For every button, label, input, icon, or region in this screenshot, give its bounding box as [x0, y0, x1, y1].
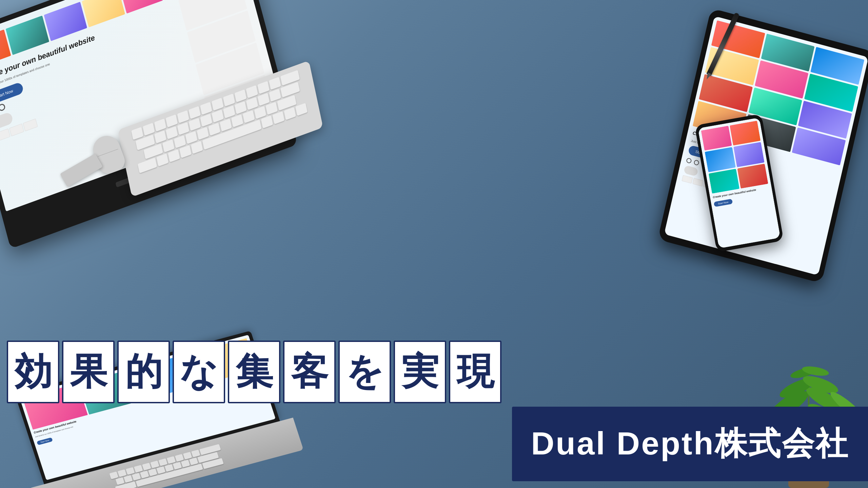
kb-key: [131, 127, 143, 140]
kb-key: [200, 102, 212, 115]
laptop-key: [140, 470, 149, 478]
kb-key: [257, 81, 270, 94]
kb-key: [220, 119, 232, 132]
phone-gallery-4: [733, 142, 764, 167]
gear-icon-2: [0, 103, 6, 111]
kb-key: [246, 85, 258, 98]
kb-key: [257, 93, 270, 106]
gear-icon-tablet-1: [686, 157, 692, 164]
kb-key: [269, 77, 281, 90]
kb-key: [243, 110, 255, 123]
laptop-key: [183, 452, 192, 460]
phone-gallery-6: [737, 164, 768, 189]
laptop-key: [115, 477, 124, 485]
phone-cta-button[interactable]: Start Now: [714, 199, 733, 207]
laptop-key: [175, 454, 184, 462]
laptop-key: [191, 449, 200, 457]
laptop-key: [132, 473, 141, 481]
mockup-t-2: [692, 178, 704, 186]
kb-key: [212, 109, 224, 123]
laptop-key: [134, 465, 143, 473]
char-5: 客: [291, 347, 328, 397]
kb-key: [234, 89, 246, 103]
phone-gallery-2: [730, 121, 761, 146]
kb-key: [179, 145, 191, 158]
kb-key: [189, 106, 201, 119]
company-name: Dual Depth株式会社: [531, 422, 849, 466]
laptop-key: [181, 460, 190, 467]
kb-key: [223, 105, 235, 119]
phone-gallery-3: [705, 147, 736, 172]
kb-key: [154, 119, 166, 132]
kb-key: [269, 89, 281, 102]
char-2: 的: [125, 347, 162, 397]
char-6: を: [346, 347, 384, 397]
char-7: 実: [401, 347, 439, 397]
char-box-0: 効: [7, 341, 59, 403]
kb-key: [165, 115, 178, 128]
mockup-item-1: [0, 128, 11, 141]
char-box-6: を: [338, 341, 391, 403]
laptop-key: [164, 464, 174, 472]
kb-key: [284, 107, 296, 120]
kb-key: [156, 154, 169, 167]
laptop-cta-button[interactable]: Start Now: [37, 437, 53, 445]
company-banner: Dual Depth株式会社: [512, 407, 868, 481]
kb-key: [261, 116, 273, 129]
laptop-key: [117, 469, 126, 477]
kb-key: [254, 106, 266, 119]
kb-key: [272, 111, 284, 124]
char-box-7: 実: [394, 341, 446, 403]
kb-key: [223, 94, 235, 107]
headline-characters: 効 果 的 な 集 客 を 実 現: [7, 341, 501, 403]
laptop-key: [142, 463, 151, 470]
kb-key: [154, 130, 166, 144]
laptop-key: [124, 475, 133, 483]
kb-key: [231, 114, 243, 127]
kb-key: [177, 110, 189, 123]
kb-key: [189, 118, 201, 131]
char-box-4: 集: [228, 341, 280, 403]
laptop-key: [150, 461, 159, 468]
char-box-8: 現: [449, 341, 501, 403]
char-4: 集: [236, 347, 273, 397]
kb-key: [168, 149, 180, 163]
char-1: 果: [70, 347, 107, 397]
kb-key: [211, 98, 223, 111]
kb-key: [200, 114, 212, 127]
kb-key: [174, 135, 186, 148]
mockup-t-1: [682, 175, 693, 183]
char-0: 効: [15, 347, 52, 397]
kb-key: [185, 131, 197, 144]
laptop-key: [125, 467, 135, 475]
phone-gallery-1: [701, 126, 732, 151]
char-3: な: [180, 347, 218, 397]
kb-key: [142, 123, 155, 136]
phone-gallery-5: [709, 169, 739, 194]
char-box-3: な: [173, 341, 225, 403]
kb-key: [162, 139, 175, 152]
headline-section: 効 果 的 な 集 客 を 実 現: [0, 341, 868, 403]
gear-icon-tablet-2: [693, 159, 699, 166]
phone-gallery: [701, 121, 768, 194]
laptop-key: [166, 456, 176, 464]
kb-key: [197, 127, 209, 140]
char-box-1: 果: [62, 341, 115, 403]
char-box-5: 客: [283, 341, 336, 403]
char-8: 現: [457, 347, 494, 397]
laptop-key: [156, 466, 165, 474]
laptop-key: [173, 462, 182, 469]
cloud-icon-tablet: [684, 165, 698, 177]
mockup-item-2: [9, 123, 24, 136]
laptop-key: [158, 458, 167, 466]
kb-key: [177, 122, 190, 135]
kb-key: [166, 126, 178, 139]
kb-key: [265, 102, 278, 115]
kb-key: [191, 141, 203, 154]
laptop-key: [109, 471, 118, 479]
kb-key: [208, 123, 220, 136]
mockup-item-3: [23, 118, 38, 131]
laptop-key: [189, 458, 198, 465]
mouse-button-divider: [98, 149, 118, 157]
kb-key: [235, 101, 247, 115]
